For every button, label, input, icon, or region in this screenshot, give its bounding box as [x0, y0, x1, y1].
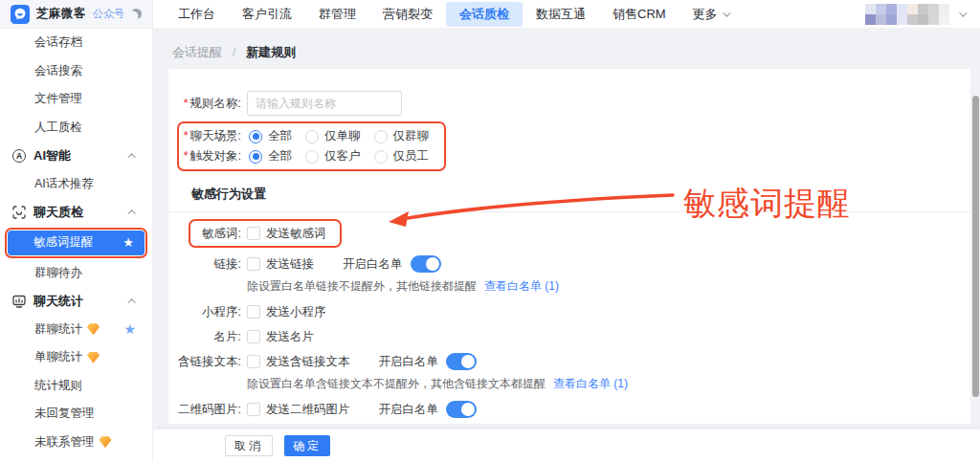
sidebar-item-label: 单聊统计	[34, 349, 82, 365]
radio-chat-scene-all[interactable]: 全部	[249, 128, 292, 144]
qr-code-checkbox[interactable]	[247, 403, 260, 416]
qr-code-label: 二维码图片:	[168, 402, 241, 418]
chat-scene-row: *聊天场景: 全部 仅单聊 仅群聊	[179, 126, 429, 146]
link-checkbox[interactable]	[247, 257, 260, 271]
favorite-star-icon[interactable]: ★	[123, 321, 136, 337]
premium-gem-icon	[87, 352, 100, 363]
sidebar-item-session-search[interactable]: 会话搜索	[0, 57, 152, 86]
mini-program-label: 小程序:	[168, 304, 241, 320]
rule-name-input[interactable]	[247, 91, 402, 116]
sensitive-word-row: 敏感词: 发送敏感词	[190, 223, 326, 244]
link-text-whitelist-toggle[interactable]	[446, 353, 477, 370]
radio-trigger-customer[interactable]: 仅客户	[305, 148, 361, 165]
breadcrumb-current: 新建规则	[246, 45, 296, 59]
nav-more[interactable]: 更多	[679, 2, 742, 27]
sidebar-item-manual-inspection[interactable]: 人工质检	[0, 114, 152, 143]
nav-data-interchange[interactable]: 数据互通	[523, 2, 599, 27]
sidebar-item-ai-script-recommend[interactable]: AI话术推荐	[0, 170, 152, 199]
scrollbar-thumb[interactable]	[972, 96, 979, 397]
qr-code-checkbox-label[interactable]: 发送二维码图片	[266, 402, 350, 418]
radio-trigger-employee[interactable]: 仅员工	[374, 148, 430, 165]
sidebar-item-file-management[interactable]: 文件管理	[0, 85, 152, 114]
sidebar-section-ai[interactable]: AI智能	[0, 142, 152, 170]
dark-mode-icon[interactable]	[131, 9, 142, 19]
link-whitelist-toggle[interactable]	[411, 255, 441, 273]
qr-code-whitelist-toggle[interactable]	[446, 401, 477, 418]
sidebar-item-session-archive[interactable]: 会话存档	[0, 29, 152, 57]
business-card-checkbox[interactable]	[247, 330, 260, 343]
annotation-box-sensitive-word: 敏感词: 发送敏感词	[189, 219, 342, 248]
rule-name-row: *规则名称:	[168, 91, 970, 116]
sidebar-item-single-chat-stats[interactable]: 单聊统计	[0, 343, 152, 372]
nav-workbench[interactable]: 工作台	[165, 2, 229, 27]
nav-customer-acquisition[interactable]: 客户引流	[229, 2, 305, 27]
link-text-checkbox-label[interactable]: 发送含链接文本	[266, 354, 350, 370]
business-card-checkbox-label[interactable]: 发送名片	[266, 329, 314, 345]
nav-group-management[interactable]: 群管理	[305, 2, 369, 27]
cancel-button[interactable]: 取消	[225, 435, 273, 456]
radio-icon	[374, 130, 388, 143]
link-view-whitelist-link[interactable]: 查看白名单 (1)	[484, 278, 559, 295]
radio-trigger-all[interactable]: 全部	[249, 148, 292, 165]
chevron-up-icon	[127, 209, 135, 217]
rule-name-label: *规则名称:	[168, 96, 241, 112]
radio-icon	[305, 150, 319, 164]
form-footer: 取消 确定	[153, 429, 980, 462]
radio-icon	[374, 150, 388, 164]
premium-gem-icon	[100, 436, 112, 448]
main-content: 会话提醒 / 新建规则 *规则名称: *聊天场景: 全部	[153, 29, 980, 462]
sensitive-word-checkbox-label[interactable]: 发送敏感词	[266, 226, 326, 242]
ai-icon	[12, 149, 26, 163]
sidebar-item-sensitive-word-reminder[interactable]: 敏感词提醒 ★	[8, 231, 145, 255]
link-whitelist-label: 开启白名单	[343, 256, 403, 273]
brand-area: 芝麻微客 公众号	[0, 0, 153, 28]
brand-name: 芝麻微客	[36, 6, 86, 22]
sidebar-section-chat-statistics[interactable]: 聊天统计	[0, 287, 152, 316]
mini-program-checkbox-label[interactable]: 发送小程序	[266, 304, 326, 320]
business-card-label: 名片:	[168, 329, 241, 345]
sidebar-item-no-contact-management[interactable]: 未联系管理	[0, 429, 152, 457]
sidebar-item-no-reply-management[interactable]: 未回复管理	[0, 400, 152, 429]
sidebar-item-group-todo[interactable]: 群聊待办	[0, 259, 152, 288]
link-checkbox-label[interactable]: 发送链接	[266, 256, 314, 273]
nav-sales-crm[interactable]: 销售CRM	[599, 2, 679, 27]
sidebar-item-stats-rules[interactable]: 统计规则	[0, 372, 152, 401]
confirm-button[interactable]: 确定	[284, 435, 330, 456]
user-area[interactable]	[865, 4, 980, 25]
vertical-scrollbar[interactable]	[972, 29, 979, 462]
mini-program-checkbox[interactable]	[247, 305, 260, 319]
sidebar-section-label: AI智能	[33, 147, 71, 165]
annotation-text: 敏感词提醒	[683, 182, 851, 226]
link-text-view-whitelist-link[interactable]: 查看白名单 (1)	[553, 376, 628, 392]
annotation-box-sidebar: 敏感词提醒 ★	[5, 228, 147, 258]
link-note-row: 除设置白名单链接不提醒外，其他链接都提醒 查看白名单 (1)	[168, 276, 970, 296]
top-nav: 工作台 客户引流 群管理 营销裂变 会话质检 数据互通 销售CRM 更多	[153, 2, 742, 27]
premium-gem-icon	[87, 323, 100, 335]
mini-program-row: 小程序: 发送小程序	[168, 301, 970, 322]
nav-marketing-fission[interactable]: 营销裂变	[369, 2, 446, 27]
trigger-target-label: *触发对象:	[179, 148, 241, 165]
breadcrumb: 会话提醒 / 新建规则	[153, 29, 980, 61]
breadcrumb-parent[interactable]: 会话提醒	[172, 45, 222, 59]
link-row: 链接: 发送链接 开启白名单	[168, 253, 970, 275]
radio-selected-icon	[249, 150, 262, 164]
link-text-whitelist-label: 开启白名单	[379, 354, 439, 370]
face-scan-icon	[12, 206, 26, 219]
sidebar-item-group-chat-stats[interactable]: 群聊统计 ★	[0, 316, 152, 344]
business-card-row: 名片: 发送名片	[168, 326, 970, 347]
favorite-star-icon[interactable]: ★	[122, 235, 134, 250]
required-mark: *	[184, 129, 189, 143]
sensitive-word-label: 敏感词:	[190, 226, 241, 242]
radio-chat-scene-single[interactable]: 仅单聊	[305, 128, 361, 144]
avatar	[865, 4, 949, 25]
sensitive-word-checkbox[interactable]	[247, 227, 260, 240]
link-text-row: 含链接文本: 发送含链接文本 开启白名单	[168, 351, 970, 372]
link-text-note: 除设置白名单含链接文本不提醒外，其他含链接文本都提醒	[247, 376, 546, 392]
sidebar-section-chat-inspection[interactable]: 聊天质检	[0, 198, 152, 227]
section-title-sensitive-behavior: 敏感行为设置	[191, 186, 970, 203]
qr-code-view-whitelist-link[interactable]: 查看白名单 (1)	[553, 424, 628, 425]
radio-chat-scene-group[interactable]: 仅群聊	[374, 128, 430, 144]
nav-session-quality[interactable]: 会话质检	[446, 2, 523, 27]
link-text-checkbox[interactable]	[247, 355, 260, 368]
link-label: 链接:	[168, 256, 241, 273]
